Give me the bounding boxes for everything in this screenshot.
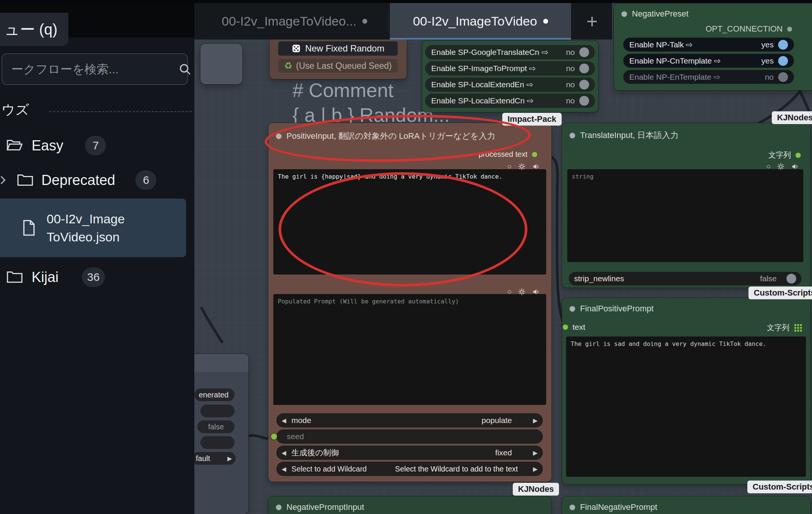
node-collapse-dot-icon[interactable]	[276, 505, 282, 510]
partial-widget-default[interactable]: fault ▶	[192, 452, 236, 465]
speaker-icon[interactable]	[532, 288, 540, 296]
toggle-value: yes	[761, 56, 774, 65]
node-title-bar[interactable]: NegativePromptInput	[276, 502, 364, 512]
opt-connection-slot[interactable]: OPT_CONNECTION	[706, 24, 792, 34]
collapsed-node-partial[interactable]	[200, 44, 242, 84]
seed-input-port[interactable]	[271, 434, 277, 440]
arrow-left-icon[interactable]: ◀	[282, 465, 286, 473]
search-input[interactable]	[2, 62, 178, 76]
sidebar-item-current-workflow[interactable]: 00-I2v_ImageToVideo.json	[0, 199, 186, 257]
sp-toggles-node[interactable]: Enable SP-GoogleTranslateCn ⇨ no Enable …	[422, 41, 598, 112]
queue-shortcut-box[interactable]: ュー (q)	[0, 13, 68, 46]
toggle-np-cntemplate[interactable]: Enable NP-CnTemplate ⇨ yes	[623, 54, 794, 68]
toggle-knob-icon[interactable]	[579, 96, 589, 106]
seed-helper-node[interactable]: New Fixed Random ♻ (Use Last Queued Seed…	[270, 38, 407, 79]
folder-open-icon	[6, 137, 23, 154]
toggle-knob-icon[interactable]	[579, 47, 589, 57]
toggle-knob-icon[interactable]	[778, 56, 788, 66]
node-title-bar[interactable]: NegativePreset	[621, 9, 688, 19]
toggle-label: Enable SP-GoogleTranslateCn ⇨	[431, 48, 548, 57]
processed-text-port[interactable]	[532, 152, 537, 157]
toggle-sp-googletranslatecn[interactable]: Enable SP-GoogleTranslateCn ⇨ no	[425, 45, 595, 59]
toggle-sp-localextenden[interactable]: Enable SP-LocalExtendEn ⇨ no	[425, 77, 595, 92]
node-collapse-dot-icon[interactable]	[276, 133, 282, 139]
recycle-icon: ♻	[284, 61, 292, 71]
toggle-knob-icon[interactable]	[786, 274, 796, 284]
use-last-queued-seed-button[interactable]: ♻ (Use Last Queued Seed)	[278, 59, 398, 73]
toggle-np-talk[interactable]: Enable NP-Talk ⇨ yes	[623, 38, 794, 52]
node-collapse-dot-icon[interactable]	[570, 505, 575, 510]
node-collapse-dot-icon[interactable]	[570, 306, 575, 312]
seed-widget[interactable]: seed	[276, 429, 543, 444]
partial-widget-empty[interactable]	[200, 436, 235, 449]
node-title-bar[interactable]: PositiveInput, 翻訳の対象外の LoRAトリガーなどを入力	[276, 130, 495, 142]
toggle-knob-icon[interactable]	[778, 40, 788, 50]
node-collapse-dot-icon[interactable]	[570, 133, 575, 138]
tab-workflow-1[interactable]: 00-I2v_ImageToVideo...	[202, 3, 387, 39]
gear-icon[interactable]	[777, 162, 785, 171]
partial-widget-generated[interactable]: enerated	[194, 388, 235, 401]
string-output-slot[interactable]: 文字列	[768, 150, 801, 160]
text-input-port[interactable]	[563, 324, 568, 330]
wildcard-prompt-textarea[interactable]: The girl is {happy|sad} and doing a very…	[273, 169, 546, 274]
final-positive-prompt-node[interactable]: FinalPositivePrompt text 文字列 The girl is…	[562, 298, 810, 484]
chevron-right-icon[interactable]	[0, 174, 9, 186]
processed-text-output-slot[interactable]: processed text	[479, 150, 537, 159]
node-title-bar[interactable]: FinalPositivePrompt	[570, 304, 654, 314]
new-tab-button[interactable]: +	[581, 3, 603, 39]
sidebar-item-deprecated[interactable]: Deprecated 6	[0, 166, 188, 194]
partial-widget-false[interactable]: false	[197, 420, 235, 433]
speaker-icon[interactable]	[791, 162, 799, 171]
pin-circle-icon[interactable]: ○	[507, 162, 512, 171]
arrow-right-icon[interactable]: ▶	[533, 417, 538, 424]
negative-prompt-input-node[interactable]: NegativePromptInput	[268, 496, 551, 514]
toggle-knob-icon[interactable]	[778, 72, 788, 82]
tab-workflow-2-active[interactable]: 00-I2v_ImageToVideo	[390, 3, 571, 39]
new-fixed-random-button[interactable]: New Fixed Random	[278, 41, 398, 56]
partial-widget-empty[interactable]	[200, 405, 235, 417]
arrow-right-icon[interactable]: ▶	[533, 449, 538, 456]
toggle-sp-localextendcn[interactable]: Enable SP-LocalExtendCn ⇨ no	[425, 94, 595, 108]
text-input-slot[interactable]: text	[563, 323, 585, 332]
arrow-left-icon[interactable]: ◀	[282, 417, 286, 424]
toggle-knob-icon[interactable]	[579, 80, 589, 89]
gear-icon[interactable]	[518, 162, 526, 171]
sidebar-item-kijai[interactable]: Kijai 36	[0, 263, 188, 291]
populated-prompt-textarea[interactable]: Populated Prompt (Will be generated auto…	[273, 294, 546, 405]
toggle-knob-icon[interactable]	[579, 64, 589, 73]
opt-connection-port[interactable]	[787, 27, 792, 32]
node-collapse-dot-icon[interactable]	[621, 11, 627, 17]
workflow-search-box[interactable]	[2, 53, 188, 85]
wildcard-select-widget[interactable]: ◀ Select to add Wildcard Select the Wild…	[276, 462, 543, 476]
toggle-sp-imagetoprompt[interactable]: Enable SP-ImageToPrompt ⇨ no	[425, 61, 595, 76]
gear-icon[interactable]	[518, 288, 526, 296]
node-title-bar[interactable]	[186, 354, 248, 372]
strip-newlines-widget[interactable]: strip_newlines false	[569, 272, 801, 285]
toggle-np-entemplate[interactable]: Enable NP-EnTemplate ⇨ no	[623, 70, 794, 84]
node-title-bar[interactable]: FinalNegativePrompt	[570, 502, 657, 512]
pin-circle-icon[interactable]: ○	[507, 287, 512, 296]
toggle-value: yes	[761, 40, 774, 49]
final-negative-prompt-node[interactable]: FinalNegativePrompt	[562, 496, 810, 514]
node-title: NegativePromptInput	[286, 502, 364, 512]
speaker-icon[interactable]	[532, 162, 540, 171]
node-title-bar[interactable]: TranslateInput, 日本語入力	[570, 130, 679, 141]
arrow-right-icon[interactable]: ▶	[227, 455, 232, 462]
translate-input-node[interactable]: TranslateInput, 日本語入力 文字列 ○ string strip…	[562, 123, 810, 288]
left-partial-node[interactable]: enerated false fault ▶	[186, 354, 248, 514]
negative-preset-node[interactable]: NegativePreset OPT_CONNECTION Enable NP-…	[614, 4, 812, 90]
string-output-port[interactable]	[795, 153, 801, 158]
arrow-right-icon[interactable]: ▶	[533, 465, 538, 473]
grid-icon[interactable]	[794, 324, 802, 332]
toggle-value: no	[566, 48, 575, 57]
search-icon[interactable]	[178, 62, 192, 76]
impact-pack-badge: Impact-Pack	[502, 113, 562, 126]
string-input-textarea[interactable]: string	[567, 169, 803, 262]
sidebar-item-easy[interactable]: Easy 7	[0, 132, 188, 159]
control-after-generate-widget[interactable]: ◀ 生成後の制御 fixed ▶	[276, 446, 543, 460]
pin-circle-icon[interactable]: ○	[766, 162, 771, 171]
final-positive-text[interactable]: The girl is sad and doing a very dynamic…	[566, 337, 806, 477]
positive-input-node[interactable]: PositiveInput, 翻訳の対象外の LoRAトリガーなどを入力 pro…	[268, 123, 551, 482]
mode-widget[interactable]: ◀ mode populate ▶	[276, 413, 543, 428]
arrow-left-icon[interactable]: ◀	[282, 449, 286, 456]
